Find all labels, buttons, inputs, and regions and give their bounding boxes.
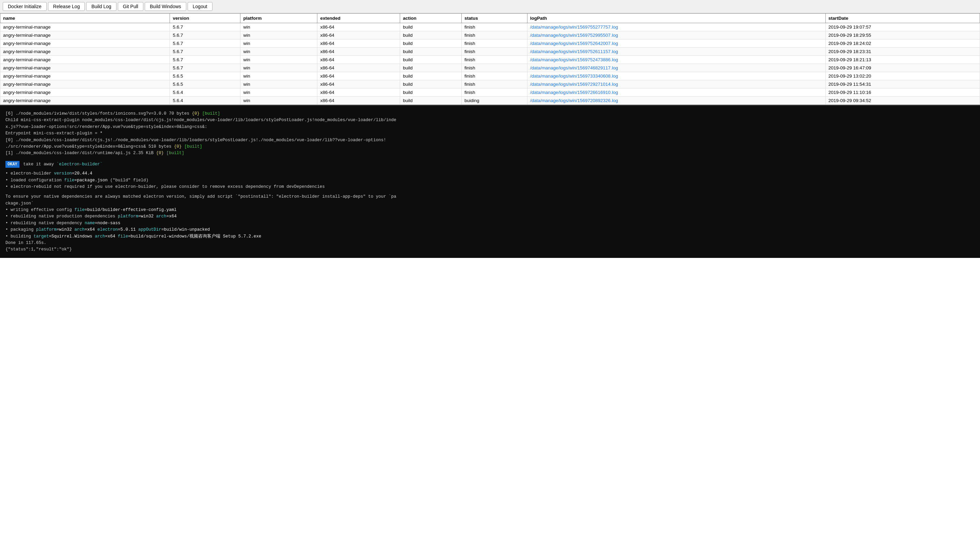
log-path-link[interactable]: /data/manage/logs/win/1569729271014.log — [530, 82, 618, 87]
table-row: angry-terminal-manage5.6.7winx86-64build… — [0, 23, 980, 31]
cell-version: 5.6.4 — [170, 89, 240, 97]
cell-extended: x86-64 — [317, 39, 400, 48]
cell-name: angry-terminal-manage — [0, 48, 170, 56]
cell-logPath[interactable]: /data/manage/logs/win/1569746829117.log — [527, 64, 825, 72]
cell-logPath[interactable]: /data/manage/logs/win/1569726616910.log — [527, 89, 825, 97]
log-path-link[interactable]: /data/manage/logs/win/1569755277757.log — [530, 25, 618, 30]
cell-action: build — [400, 48, 462, 56]
log-path-link[interactable]: /data/manage/logs/win/1569752611157.log — [530, 49, 618, 54]
cell-startDate: 2019-09-29 18:24:02 — [825, 39, 980, 48]
cell-extended: x86-64 — [317, 72, 400, 80]
console-line: • packaging platform=win32 arch=x64 elec… — [5, 226, 975, 233]
cell-logPath[interactable]: /data/manage/logs/win/1569733340608.log — [527, 72, 825, 80]
cell-status: finish — [461, 72, 527, 80]
cell-logPath[interactable]: /data/manage/logs/win/1569729271014.log — [527, 80, 825, 89]
cell-status: finish — [461, 56, 527, 64]
cell-extended: x86-64 — [317, 64, 400, 72]
cell-name: angry-terminal-manage — [0, 89, 170, 97]
cell-platform: win — [240, 97, 317, 105]
cell-extended: x86-64 — [317, 31, 400, 39]
cell-status: finish — [461, 80, 527, 89]
console-line: To ensure your native dependencies are a… — [5, 194, 975, 200]
cell-action: build — [400, 56, 462, 64]
console-section: [6] ./node_modules/iview/dist/styles/fon… — [0, 106, 980, 258]
cell-name: angry-terminal-manage — [0, 72, 170, 80]
col-header-extended: extended — [317, 14, 400, 23]
logout-button[interactable]: Logout — [188, 2, 212, 11]
cell-version: 5.6.7 — [170, 48, 240, 56]
log-path-link[interactable]: /data/manage/logs/win/1569752642007.log — [530, 41, 618, 46]
console-line: {"status":1,"result":"ok"} — [5, 246, 975, 253]
table-row: angry-terminal-manage5.6.7winx86-64build… — [0, 39, 980, 48]
cell-action: build — [400, 89, 462, 97]
cell-logPath[interactable]: /data/manage/logs/win/1569755277757.log — [527, 23, 825, 31]
toolbar: Docker InitializeRelease LogBuild LogGit… — [0, 0, 980, 13]
col-header-startDate: startDate — [825, 14, 980, 23]
cell-extended: x86-64 — [317, 80, 400, 89]
table-row: angry-terminal-manage5.6.4winx86-64build… — [0, 89, 980, 97]
col-header-logPath: logPath — [527, 14, 825, 23]
cell-name: angry-terminal-manage — [0, 64, 170, 72]
cell-status: finish — [461, 23, 527, 31]
log-path-link[interactable]: /data/manage/logs/win/1569726616910.log — [530, 90, 618, 95]
cell-platform: win — [240, 89, 317, 97]
cell-platform: win — [240, 64, 317, 72]
cell-status: buiding — [461, 97, 527, 105]
cell-status: finish — [461, 64, 527, 72]
cell-startDate: 2019-09-29 13:02:20 — [825, 72, 980, 80]
cell-extended: x86-64 — [317, 97, 400, 105]
cell-logPath[interactable]: /data/manage/logs/win/1569752642007.log — [527, 39, 825, 48]
table-row: angry-terminal-manage5.6.5winx86-64build… — [0, 72, 980, 80]
cell-startDate: 2019-09-29 16:47:09 — [825, 64, 980, 72]
cell-platform: win — [240, 23, 317, 31]
cell-version: 5.6.7 — [170, 31, 240, 39]
cell-status: finish — [461, 31, 527, 39]
build-windows-button[interactable]: Build Windows — [145, 2, 186, 11]
console-line: • loaded configuration file=package.json… — [5, 177, 975, 184]
table-row: angry-terminal-manage5.6.7winx86-64build… — [0, 48, 980, 56]
col-header-status: status — [461, 14, 527, 23]
console-line: • writing effective config file=build/bu… — [5, 207, 975, 213]
console-line: ./src/renderer/App.vue?vue&type=style&in… — [5, 144, 975, 150]
cell-extended: x86-64 — [317, 48, 400, 56]
console-line: • building target=Squirrel.Windows arch=… — [5, 233, 975, 240]
cell-action: build — [400, 97, 462, 105]
table-row: angry-terminal-manage5.6.4winx86-64build… — [0, 97, 980, 105]
cell-platform: win — [240, 48, 317, 56]
cell-logPath[interactable]: /data/manage/logs/win/1569720892326.log — [527, 97, 825, 105]
cell-action: build — [400, 31, 462, 39]
log-path-link[interactable]: /data/manage/logs/win/1569752473886.log — [530, 57, 618, 62]
docker-initialize-button[interactable]: Docker Initialize — [3, 2, 47, 11]
log-path-link[interactable]: /data/manage/logs/win/1569752995507.log — [530, 33, 618, 38]
cell-action: build — [400, 64, 462, 72]
cell-platform: win — [240, 72, 317, 80]
cell-startDate: 2019-09-29 18:23:31 — [825, 48, 980, 56]
cell-version: 5.6.4 — [170, 97, 240, 105]
cell-version: 5.6.7 — [170, 64, 240, 72]
cell-logPath[interactable]: /data/manage/logs/win/1569752995507.log — [527, 31, 825, 39]
col-header-version: version — [170, 14, 240, 23]
cell-logPath[interactable]: /data/manage/logs/win/1569752611157.log — [527, 48, 825, 56]
console-line: Child mini-css-extract-plugin node_modul… — [5, 117, 975, 123]
cell-platform: win — [240, 39, 317, 48]
cell-startDate: 2019-09-29 18:29:55 — [825, 31, 980, 39]
cell-logPath[interactable]: /data/manage/logs/win/1569752473886.log — [527, 56, 825, 64]
console-line: [6] ./node_modules/iview/dist/styles/fon… — [5, 111, 975, 117]
cell-extended: x86-64 — [317, 56, 400, 64]
cell-version: 5.6.7 — [170, 23, 240, 31]
build-log-button[interactable]: Build Log — [86, 2, 116, 11]
log-path-link[interactable]: /data/manage/logs/win/1569733340608.log — [530, 74, 618, 79]
console-line: ckage.json` — [5, 200, 975, 207]
cell-platform: win — [240, 56, 317, 64]
console-line: [1] ./node_modules/css-loader/dist/runti… — [5, 150, 975, 156]
cell-extended: x86-64 — [317, 89, 400, 97]
log-path-link[interactable]: /data/manage/logs/win/1569720892326.log — [530, 98, 618, 103]
log-path-link[interactable]: /data/manage/logs/win/1569746829117.log — [530, 65, 618, 71]
cell-version: 5.6.5 — [170, 80, 240, 89]
release-log-button[interactable]: Release Log — [48, 2, 85, 11]
console-line: • electron-rebuild not required if you u… — [5, 184, 975, 190]
cell-version: 5.6.5 — [170, 72, 240, 80]
git-pull-button[interactable]: Git Pull — [118, 2, 143, 11]
console-line: • electron-builder version=20.44.4 — [5, 171, 975, 177]
cell-action: build — [400, 72, 462, 80]
